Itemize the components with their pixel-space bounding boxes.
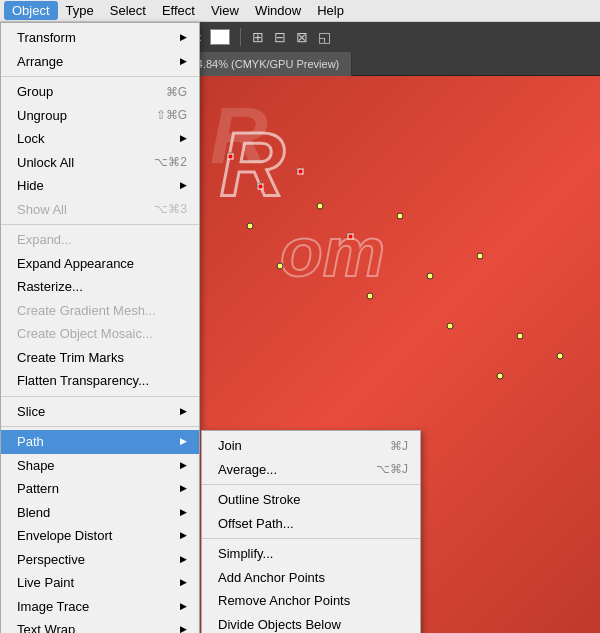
menu-rasterize[interactable]: Rasterize...	[1, 275, 199, 299]
menu-group[interactable]: Group ⌘G	[1, 80, 199, 104]
menu-unlock-all[interactable]: Unlock All ⌥⌘2	[1, 151, 199, 175]
align-icon[interactable]: ⊟	[271, 27, 289, 47]
sub-divider-1	[202, 484, 420, 485]
menu-object[interactable]: Object	[4, 1, 58, 20]
toolbar-separator-2	[240, 28, 241, 46]
path-submenu-container: Path Join ⌘J Average... ⌥⌘J Outline Stro…	[1, 430, 199, 454]
submenu-offset-path[interactable]: Offset Path...	[202, 512, 420, 536]
canvas-text: R	[210, 96, 268, 176]
menu-create-object-mosaic[interactable]: Create Object Mosaic...	[1, 322, 199, 346]
divider-1	[1, 76, 199, 77]
submenu-outline-stroke[interactable]: Outline Stroke	[202, 488, 420, 512]
menu-window[interactable]: Window	[247, 1, 309, 20]
svg-point-7	[347, 233, 353, 239]
svg-rect-19	[298, 169, 303, 174]
svg-point-16	[557, 353, 563, 359]
submenu-simplify[interactable]: Simplify...	[202, 542, 420, 566]
svg-point-6	[247, 223, 253, 229]
arrange-icon[interactable]: ⊞	[249, 27, 267, 47]
menu-ungroup[interactable]: Ungroup ⇧⌘G	[1, 104, 199, 128]
menu-transform[interactable]: Transform	[1, 26, 199, 50]
menu-live-paint[interactable]: Live Paint	[1, 571, 199, 595]
svg-point-5	[317, 203, 323, 209]
svg-point-10	[367, 293, 373, 299]
menu-image-trace[interactable]: Image Trace	[1, 595, 199, 619]
menu-type[interactable]: Type	[58, 1, 102, 20]
menu-path[interactable]: Path	[1, 430, 199, 454]
svg-rect-20	[348, 234, 353, 239]
object-dropdown: Transform Arrange Group ⌘G Ungroup ⇧⌘G L…	[0, 22, 200, 633]
divider-4	[1, 426, 199, 427]
menu-select[interactable]: Select	[102, 1, 154, 20]
sub-divider-2	[202, 538, 420, 539]
menu-bar: Object Type Select Effect View Window He…	[0, 0, 600, 22]
menu-expand-appearance[interactable]: Expand Appearance	[1, 252, 199, 276]
svg-point-4	[297, 168, 303, 174]
menu-arrange[interactable]: Arrange	[1, 50, 199, 74]
transform-icon[interactable]: ◱	[315, 27, 334, 47]
svg-point-13	[447, 323, 453, 329]
svg-point-3	[257, 183, 263, 189]
svg-point-12	[477, 253, 483, 259]
menu-perspective[interactable]: Perspective	[1, 548, 199, 572]
menu-show-all[interactable]: Show All ⌥⌘3	[1, 198, 199, 222]
menu-slice[interactable]: Slice	[1, 400, 199, 424]
menu-flatten-transparency[interactable]: Flatten Transparency...	[1, 369, 199, 393]
style-swatch[interactable]	[210, 29, 230, 45]
menu-create-trim-marks[interactable]: Create Trim Marks	[1, 346, 199, 370]
svg-point-9	[397, 213, 403, 219]
menu-text-wrap[interactable]: Text Wrap	[1, 618, 199, 633]
menu-effect[interactable]: Effect	[154, 1, 203, 20]
menu-lock[interactable]: Lock	[1, 127, 199, 151]
submenu-average[interactable]: Average... ⌥⌘J	[202, 458, 420, 482]
submenu-join[interactable]: Join ⌘J	[202, 434, 420, 458]
menu-pattern[interactable]: Pattern	[1, 477, 199, 501]
menu-create-gradient-mesh[interactable]: Create Gradient Mesh...	[1, 299, 199, 323]
submenu-add-anchor-points[interactable]: Add Anchor Points	[202, 566, 420, 590]
svg-rect-18	[258, 184, 263, 189]
svg-point-15	[517, 333, 523, 339]
submenu-remove-anchor-points[interactable]: Remove Anchor Points	[202, 589, 420, 613]
submenu-divide-objects-below[interactable]: Divide Objects Below	[202, 613, 420, 634]
svg-point-14	[497, 373, 503, 379]
path-submenu: Join ⌘J Average... ⌥⌘J Outline Stroke Of…	[201, 430, 421, 633]
divider-3	[1, 396, 199, 397]
svg-point-8	[277, 263, 283, 269]
svg-point-11	[427, 273, 433, 279]
menu-shape[interactable]: Shape	[1, 454, 199, 478]
menu-hide[interactable]: Hide	[1, 174, 199, 198]
svg-text:om: om	[280, 213, 385, 291]
divider-2	[1, 224, 199, 225]
menu-envelope-distort[interactable]: Envelope Distort	[1, 524, 199, 548]
menu-blend[interactable]: Blend	[1, 501, 199, 525]
distribute-icon[interactable]: ⊠	[293, 27, 311, 47]
menu-help[interactable]: Help	[309, 1, 352, 20]
menu-expand[interactable]: Expand...	[1, 228, 199, 252]
menu-view[interactable]: View	[203, 1, 247, 20]
